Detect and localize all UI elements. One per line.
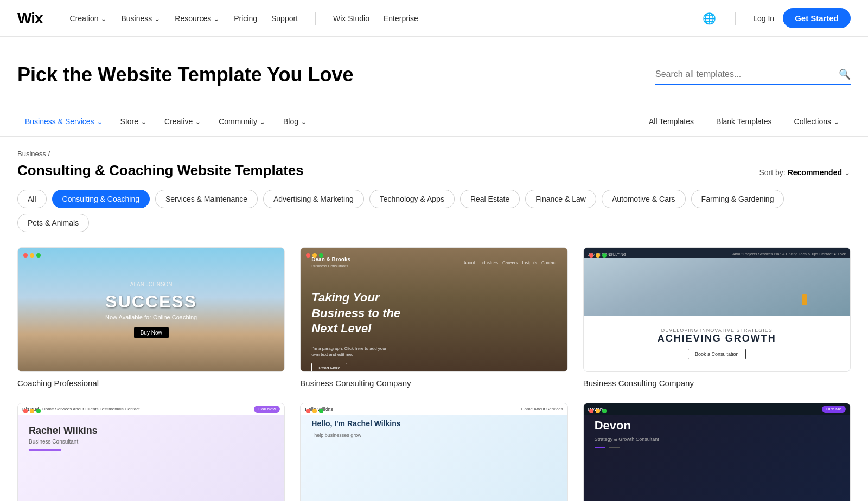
browser-dot-yellow [596, 409, 600, 413]
nav-studio[interactable]: Wix Studio [328, 11, 375, 26]
cat-blog[interactable]: Blog ⌄ [276, 113, 315, 130]
browser-dots [23, 253, 41, 258]
breadcrumb-parent[interactable]: Business [17, 150, 46, 158]
template-figure [802, 294, 807, 305]
blank-templates-link[interactable]: Blank Templates [705, 113, 782, 130]
browser-dots [23, 409, 41, 413]
search-input[interactable] [655, 69, 839, 79]
filter-finance-law[interactable]: Finance & Law [525, 190, 596, 208]
template-nav: AboutIndustriesCareersInsightsContact [463, 260, 556, 265]
browser-dot-red [306, 253, 310, 258]
template-preview: Hello Wilkins Home About Services Hello,… [301, 403, 567, 501]
title-sort-row: Consulting & Coaching Website Templates … [17, 162, 851, 179]
filter-services-maintenance[interactable]: Services & Maintenance [155, 190, 258, 208]
browser-dot-green [36, 409, 41, 413]
browser-dot-red [589, 253, 593, 258]
nav-business[interactable]: Business ⌄ [116, 11, 166, 26]
logo[interactable]: Wix [17, 10, 43, 27]
category-nav: Business & Services ⌄ Store ⌄ Creative ⌄… [0, 106, 868, 137]
browser-dot-yellow [30, 409, 34, 413]
template-logo: Dean & BrooksBusiness Consultants [311, 256, 350, 268]
cat-creative[interactable]: Creative ⌄ [157, 113, 209, 130]
template-card[interactable]: Devon Hire Me Devon Strategy & Growth Co… [583, 403, 851, 501]
cat-business-services[interactable]: Business & Services ⌄ [17, 113, 111, 130]
template-overlay: JAMES CONSULTING About Projects Services… [584, 248, 850, 371]
filter-farming-gardening[interactable]: Farming & Gardening [691, 190, 784, 208]
chevron-down-icon: ⌄ [833, 117, 840, 126]
template-header: Dean & BrooksBusiness Consultants AboutI… [311, 256, 556, 268]
breadcrumb-separator: / [48, 150, 50, 158]
all-templates-link[interactable]: All Templates [638, 113, 705, 130]
template-body: I'm a paragraph. Click here to add your … [311, 345, 387, 357]
chevron-down-icon: ⌄ [141, 117, 147, 126]
filter-real-estate[interactable]: Real Estate [460, 190, 520, 208]
browser-dot-green [36, 253, 41, 258]
browser-dots [306, 409, 323, 413]
content-area: Business / Consulting & Coaching Website… [0, 137, 868, 501]
cat-store[interactable]: Store ⌄ [113, 113, 155, 130]
filter-technology-apps[interactable]: Technology & Apps [369, 190, 455, 208]
template-thumbnail: Dean & BrooksBusiness Consultants AboutI… [300, 247, 567, 372]
filter-advertising-marketing[interactable]: Advertising & Marketing [263, 190, 364, 208]
browser-dot-green [602, 409, 607, 413]
template-thumbnail: ALAN JOHNSON SUCCESS Now Available for O… [17, 247, 285, 372]
template-mountain [584, 258, 850, 316]
chevron-down-icon: ⌄ [301, 117, 307, 126]
browser-dot-yellow [312, 253, 317, 258]
cat-community[interactable]: Community ⌄ [211, 113, 273, 130]
browser-dot-green [319, 409, 323, 413]
browser-dots [589, 409, 607, 413]
nav-divider-2 [735, 12, 736, 25]
template-cta: Read More [311, 363, 347, 372]
template-preview: ALAN JOHNSON SUCCESS Now Available for O… [18, 248, 284, 371]
browser-dot-green [602, 253, 607, 258]
breadcrumb: Business / [17, 150, 851, 158]
globe-icon[interactable]: 🌐 [700, 10, 718, 27]
template-card[interactable]: Dean & BrooksBusiness Consultants AboutI… [300, 247, 567, 388]
login-link[interactable]: Log In [753, 14, 774, 23]
template-card[interactable]: ALAN JOHNSON SUCCESS Now Available for O… [17, 247, 285, 388]
filter-consulting-coaching[interactable]: Consulting & Coaching [52, 190, 150, 208]
template-top: JAMES CONSULTING About Projects Services… [584, 248, 850, 316]
chevron-down-icon: ⌄ [97, 117, 103, 126]
nav-support[interactable]: Support [266, 11, 303, 26]
filter-pets-animals[interactable]: Pets & Animals [17, 214, 89, 232]
template-thumbnail: JAMES CONSULTING About Projects Services… [583, 247, 851, 372]
template-headline: Taking Your Business to the Next Level [311, 290, 420, 337]
browser-dot-red [23, 253, 28, 258]
template-tagline: ALAN JOHNSON [130, 281, 173, 287]
nav-pricing[interactable]: Pricing [228, 11, 263, 26]
template-overlay: ALAN JOHNSON SUCCESS Now Available for O… [18, 248, 284, 371]
template-bar: BizBud Home Services About Clients Testi… [18, 403, 284, 415]
nav-creation[interactable]: Creation ⌄ [65, 11, 113, 26]
collections-dropdown[interactable]: Collections ⌄ [783, 113, 851, 130]
template-subtitle: Developing Innovative Strategies [661, 327, 773, 333]
template-headline: SUCCESS [105, 292, 197, 312]
filter-automotive-cars[interactable]: Automotive & Cars [602, 190, 686, 208]
template-thumbnail: Devon Hire Me Devon Strategy & Growth Co… [583, 403, 851, 501]
hero-section: Pick the Website Template You Love 🔍 [0, 37, 868, 106]
nav-resources[interactable]: Resources ⌄ [169, 11, 225, 26]
template-preview: Dean & BrooksBusiness Consultants AboutI… [301, 248, 567, 371]
template-bar: Devon Hire Me [584, 403, 850, 415]
search-icon[interactable]: 🔍 [839, 68, 851, 80]
chevron-down-icon[interactable]: ⌄ [844, 168, 851, 177]
cat-nav-left: Business & Services ⌄ Store ⌄ Creative ⌄… [17, 113, 636, 130]
filter-all[interactable]: All [17, 190, 47, 208]
nav-enterprise[interactable]: Enterprise [378, 11, 424, 26]
template-card[interactable]: BizBud Home Services About Clients Testi… [17, 403, 285, 501]
browser-dots [589, 253, 607, 258]
browser-dot-red [589, 409, 593, 413]
nav-divider [315, 12, 316, 25]
browser-dots [306, 253, 323, 258]
cat-nav-right: All Templates Blank Templates Collection… [638, 113, 851, 130]
template-card[interactable]: JAMES CONSULTING About Projects Services… [583, 247, 851, 388]
search-bar: 🔍 [655, 65, 851, 85]
chevron-down-icon: ⌄ [100, 14, 107, 23]
navbar: Wix Creation ⌄ Business ⌄ Resources ⌄ Pr… [0, 0, 868, 37]
browser-dot-yellow [596, 253, 600, 258]
template-card[interactable]: Hello Wilkins Home About Services Hello,… [300, 403, 567, 501]
get-started-button[interactable]: Get Started [783, 8, 851, 28]
template-headline: ACHIEVING GROWTH [658, 333, 776, 344]
template-preview: JAMES CONSULTING About Projects Services… [584, 248, 850, 371]
